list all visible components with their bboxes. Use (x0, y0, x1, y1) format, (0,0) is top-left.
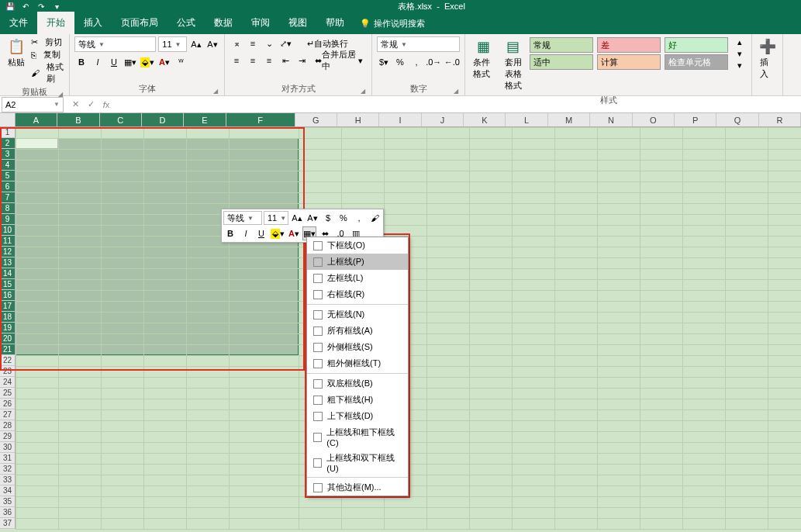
format-painter-button[interactable]: 🖌 格式刷 (31, 61, 64, 85)
fill-color-button[interactable]: ⬙▾ (140, 55, 155, 69)
dialog-launcher-icon[interactable]: ◢ (58, 91, 63, 98)
phonetic-button[interactable]: ᵂ (174, 55, 188, 69)
underline-button[interactable]: U (107, 55, 121, 69)
decrease-decimal-icon[interactable]: ←.0 (444, 55, 461, 69)
style-gallery-more-icon[interactable]: ▾ (733, 60, 747, 71)
column-header[interactable]: O (633, 113, 675, 126)
cut-button[interactable]: ✂ 剪切 (31, 36, 64, 48)
column-header[interactable]: H (337, 113, 379, 126)
tab-page-layout[interactable]: 页面布局 (112, 12, 167, 34)
row-header[interactable]: 31 (0, 453, 15, 464)
border-menu-item[interactable]: 双底框线(B) (307, 375, 408, 392)
row-header[interactable]: 1 (0, 127, 15, 138)
decrease-font-icon[interactable]: A▾ (205, 37, 219, 51)
mini-percent-icon[interactable]: % (337, 211, 350, 225)
border-menu-item[interactable]: 无框线(N) (307, 306, 408, 323)
row-header[interactable]: 29 (0, 431, 15, 442)
border-menu-item[interactable]: 右框线(R) (307, 286, 408, 302)
save-icon[interactable]: 💾 (5, 1, 16, 12)
enter-formula-icon[interactable]: ✓ (84, 98, 98, 112)
border-menu-item[interactable]: 上框线(P) (307, 254, 408, 270)
dialog-launcher-icon[interactable]: ◢ (454, 88, 458, 95)
italic-button[interactable]: I (91, 55, 105, 69)
format-as-table-button[interactable]: ▤ 套用 表格格式 (499, 36, 527, 93)
fx-icon[interactable]: fx (99, 98, 113, 112)
border-button[interactable]: ▦▾ (123, 55, 137, 69)
bold-button[interactable]: B (74, 55, 88, 69)
row-header[interactable]: 12 (0, 247, 15, 257)
tab-file[interactable]: 文件 (0, 12, 37, 34)
cell-style-good[interactable]: 好 (665, 37, 728, 53)
paste-button[interactable]: 📋 粘贴 (5, 36, 28, 70)
active-cell[interactable] (16, 139, 57, 148)
style-gallery-up-icon[interactable]: ▴ (733, 36, 747, 48)
align-middle-icon[interactable]: ≡ (246, 36, 260, 50)
align-left-icon[interactable]: ≡ (230, 54, 243, 67)
row-header[interactable]: 33 (0, 475, 15, 485)
column-header[interactable]: F (226, 113, 295, 126)
column-header[interactable]: G (295, 113, 337, 126)
column-header[interactable]: K (464, 113, 506, 126)
undo-icon[interactable]: ↶ (20, 1, 31, 12)
mini-font-combo[interactable]: 等线▼ (223, 211, 262, 225)
row-header[interactable]: 30 (0, 442, 15, 453)
font-size-combo[interactable]: 11▼ (158, 36, 187, 52)
mini-fill-color-icon[interactable]: ⬙▾ (270, 226, 285, 240)
style-gallery-down-icon[interactable]: ▾ (733, 48, 747, 60)
border-menu-item[interactable]: 粗下框线(H) (307, 392, 408, 408)
column-header[interactable]: I (379, 113, 421, 126)
row-header[interactable]: 32 (0, 464, 15, 475)
row-header[interactable]: 36 (0, 507, 15, 518)
mini-increase-font-icon[interactable]: A▴ (290, 211, 304, 225)
column-header[interactable]: D (142, 113, 184, 126)
mini-decrease-font-icon[interactable]: A▾ (306, 211, 319, 225)
align-top-icon[interactable]: ⌅ (230, 36, 243, 50)
font-name-combo[interactable]: 等线▼ (74, 36, 156, 52)
merge-center-button[interactable]: ⬌ 合并后居中 ▾ (311, 54, 367, 67)
copy-button[interactable]: ⎘ 复制 (31, 49, 64, 60)
column-header[interactable]: C (100, 113, 142, 126)
row-header[interactable]: 7 (0, 192, 15, 203)
row-header[interactable]: 18 (0, 312, 15, 323)
mini-underline-button[interactable]: U (254, 226, 268, 240)
row-header[interactable]: 14 (0, 268, 15, 279)
align-bottom-icon[interactable]: ⌄ (262, 36, 276, 50)
row-header[interactable]: 16 (0, 290, 15, 301)
cell-style-bad[interactable]: 差 (597, 37, 661, 53)
tab-data[interactable]: 数据 (205, 12, 242, 34)
tab-view[interactable]: 视图 (279, 12, 316, 34)
border-menu-item[interactable]: 所有框线(A) (307, 323, 408, 339)
number-format-combo[interactable]: 常规▼ (377, 36, 460, 52)
row-header[interactable]: 22 (0, 355, 15, 366)
conditional-format-button[interactable]: ▦ 条件格式 (470, 36, 497, 81)
mini-italic-button[interactable]: I (239, 226, 253, 240)
border-menu-item[interactable]: 外侧框线(S) (307, 339, 408, 355)
font-color-button[interactable]: A▾ (157, 55, 171, 69)
row-header[interactable]: 34 (0, 485, 15, 496)
column-header[interactable]: Q (716, 113, 758, 126)
row-header[interactable]: 20 (0, 333, 15, 344)
qat-customize-icon[interactable]: ▾ (51, 1, 62, 12)
row-header[interactable]: 8 (0, 203, 15, 214)
border-menu-item[interactable]: 下框线(O) (307, 237, 408, 254)
row-header[interactable]: 24 (0, 377, 15, 388)
row-header[interactable]: 9 (0, 214, 15, 225)
insert-cells-button[interactable]: ➕ 插入 (757, 36, 778, 81)
cell-style-check[interactable]: 检查单元格 (665, 54, 728, 70)
mini-accounting-icon[interactable]: $ (321, 211, 335, 225)
mini-format-painter-icon[interactable]: 🖌 (368, 211, 382, 225)
row-header[interactable]: 4 (0, 160, 15, 171)
align-right-icon[interactable]: ≡ (262, 54, 276, 67)
mini-font-color-icon[interactable]: A▾ (287, 226, 301, 240)
mini-bold-button[interactable]: B (223, 226, 237, 240)
orientation-icon[interactable]: ⤢▾ (278, 36, 292, 50)
dialog-launcher-icon[interactable]: ◢ (361, 88, 365, 95)
accounting-format-icon[interactable]: $▾ (377, 55, 391, 69)
comma-format-icon[interactable]: , (409, 55, 423, 69)
row-header[interactable]: 26 (0, 399, 15, 409)
column-header[interactable]: M (548, 113, 590, 126)
column-header[interactable]: A (16, 113, 57, 126)
increase-indent-icon[interactable]: ⇥ (295, 54, 309, 67)
align-center-icon[interactable]: ≡ (246, 54, 260, 67)
row-header[interactable]: 25 (0, 388, 15, 399)
